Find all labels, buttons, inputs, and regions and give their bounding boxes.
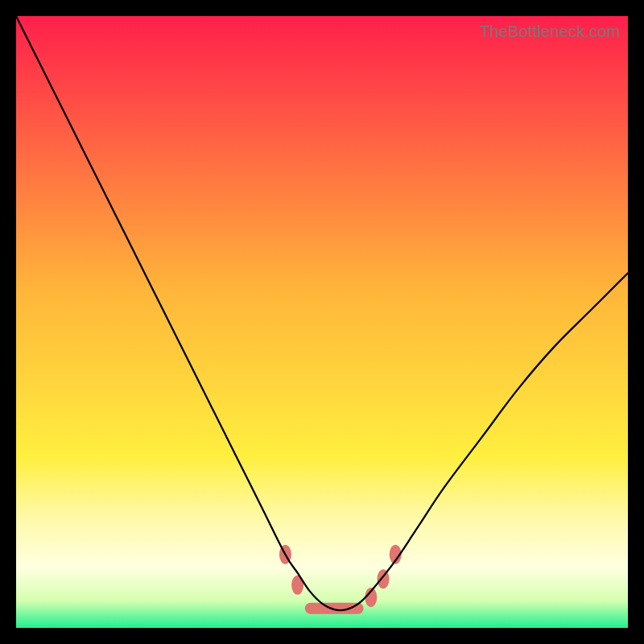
- chart-background: [16, 16, 628, 628]
- marker-bar: [305, 603, 364, 614]
- bottleneck-chart: [16, 16, 628, 628]
- chart-frame: TheBottleneck.com: [16, 16, 628, 628]
- watermark-text: TheBottleneck.com: [479, 23, 620, 41]
